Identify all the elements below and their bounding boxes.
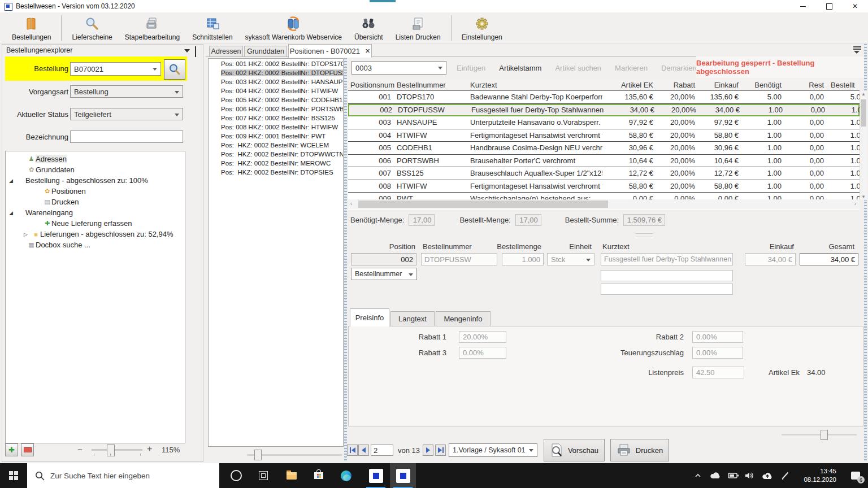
tree-item[interactable]: ▷ ■ Lieferungen - abgeschlossen zu: 52,9… <box>6 229 185 239</box>
tree-item[interactable]: ♟ Adressen <box>6 154 185 164</box>
zoom-slider-thumb[interactable] <box>107 445 115 456</box>
toolbar-uebersicht-button[interactable]: Übersicht <box>348 12 389 43</box>
tree-item[interactable]: ▤ Drucken <box>6 197 185 207</box>
splitter-grip[interactable] <box>636 233 653 237</box>
gesamt-field[interactable]: 34,00 € <box>800 253 858 265</box>
position-list-item[interactable]: Pos: 006 HKZ: 0002 BestellNr: PORTSWBH <box>209 106 343 115</box>
previous-page-button[interactable] <box>358 445 369 456</box>
table-row[interactable]: 008 HTWIFW Fertigmontageset Hansatwist v… <box>348 180 860 193</box>
task-view-button[interactable] <box>251 463 276 488</box>
toolbar-einstellungen-button[interactable]: Einstellungen <box>455 12 509 43</box>
table-row[interactable]: 006 PORTSWBH Brausehalter Porter'C verch… <box>348 155 860 168</box>
toolbar-lieferscheine-button[interactable]: Lieferscheine <box>66 12 118 43</box>
tree-item[interactable]: ◢ Bestellung - abgeschlossen zu: 100% <box>6 175 185 186</box>
tray-chevron-button[interactable] <box>694 463 702 488</box>
listenpreis-field[interactable]: 42.50 <box>692 367 744 378</box>
tree-item[interactable]: ▦ Docbox suche ... <box>6 239 185 250</box>
vscroll-thumb[interactable] <box>861 99 866 127</box>
position-list-item[interactable]: Pos: HKZ: 0002 BestellNr: DTOPWWCTN <box>209 151 343 160</box>
teuerungszuschlag-field[interactable]: 0.00% <box>692 347 743 359</box>
rabatt2-field[interactable]: 0.00% <box>692 331 743 343</box>
taskbar-search[interactable]: Zur Suche Text hier eingeben <box>27 463 219 488</box>
action-link[interactable]: Markieren <box>615 64 648 72</box>
kurztext-field[interactable]: Fussgestell fuer Derby-Top Stahlwannen <box>601 253 733 265</box>
kurztext-line3-field[interactable] <box>601 284 733 295</box>
minimize-button[interactable] <box>790 0 816 12</box>
edge-button[interactable] <box>333 463 358 488</box>
drucken-button[interactable]: Drucken <box>610 439 669 461</box>
status-combo[interactable]: Teilgeliefert <box>70 108 183 120</box>
position-list-item[interactable]: Pos: 003 HKZ: 0002 BestellNr: HANSAUPE <box>209 79 343 88</box>
position-list-item[interactable]: Pos: HKZ: 0002 BestellNr: WCELEM <box>209 142 343 151</box>
table-row[interactable]: 001 DTOPS170 Badewanne Stahl Derby-Top K… <box>348 91 860 104</box>
tree-item[interactable]: ◢ Wareneingang <box>6 207 185 218</box>
bestellmenge-field[interactable]: 1.000 <box>502 253 544 265</box>
tab-adressen[interactable]: Adressen <box>209 46 243 57</box>
app-button-1[interactable] <box>363 463 389 488</box>
notification-center-button[interactable]: 6 <box>844 463 867 488</box>
volume-tray-button[interactable] <box>745 463 755 488</box>
bezeichnung-input[interactable] <box>70 130 183 143</box>
next-page-button[interactable] <box>423 445 433 456</box>
bestellung-search-button[interactable] <box>164 59 185 80</box>
vorgangsart-combo[interactable]: Bestellung <box>70 85 183 98</box>
zoom-slider[interactable] <box>92 449 142 451</box>
tree-item[interactable]: ✚ Neue Lieferung erfassen <box>6 218 185 229</box>
toolbar-bestellungen-button[interactable]: Bestellungen <box>6 12 57 43</box>
table-row[interactable]: 002 DTOPFUSSW Fussgestell fuer Derby-Top… <box>348 104 860 117</box>
tab-preisinfo[interactable]: Preisinfo <box>350 308 389 326</box>
kurztext-line2-field[interactable] <box>601 270 733 281</box>
backup-tray-button[interactable] <box>762 463 773 488</box>
list-slider-thumb[interactable] <box>254 450 262 460</box>
print-template-combo[interactable]: 1.Vorlage / Sykasoft 01 <box>449 443 537 457</box>
pane-menu-icon[interactable] <box>853 46 861 54</box>
rabatt1-field[interactable]: 20.00% <box>459 331 506 343</box>
position-list-item[interactable]: Pos: HKZ: 0002 BestellNr: MEROWC <box>209 160 343 169</box>
position-list-item[interactable]: Pos: 005 HKZ: 0002 BestellNr: CODEHB1 <box>209 97 343 106</box>
action-link[interactable]: Artikelstamm <box>499 64 541 72</box>
table-horizontal-scrollbar[interactable]: ‹ › <box>348 199 860 209</box>
tree-expander-icon[interactable]: ◢ <box>9 178 17 184</box>
toolbar-stapelbearbeitung-button[interactable]: Stapelbearbeitung <box>119 12 186 43</box>
add-button[interactable]: ✚ <box>5 443 18 456</box>
position-list-item[interactable]: Pos: 001 HKZ: 0002 BestellNr: DTOPS170 <box>209 60 343 69</box>
position-list-item[interactable]: Pos: 009 HKZ: 0001 BestellNr: PWT <box>209 133 343 142</box>
tab-langtext[interactable]: Langtext <box>390 311 435 326</box>
table-row[interactable]: 004 HTWIFW Fertigmontageset Hansatwist v… <box>348 129 860 142</box>
tree-item[interactable]: ✿ Grunddaten <box>6 164 185 175</box>
pen-tray-button[interactable] <box>781 463 790 488</box>
file-explorer-button[interactable] <box>279 463 304 488</box>
field-selector-combo[interactable]: Bestellnummer <box>351 268 417 280</box>
page-number-input[interactable] <box>371 445 393 456</box>
position-list-item[interactable]: Pos: HKZ: 0002 BestellNr: DTOPSIES <box>209 169 343 178</box>
scroll-right-icon[interactable]: › <box>854 201 856 207</box>
tree-item[interactable]: ✿ Positionen <box>6 186 185 197</box>
table-row[interactable]: 003 HANSAUPE Unterputzteile Hansavario o… <box>348 116 860 129</box>
pin-icon[interactable] <box>195 47 200 54</box>
toolbar-webservice-button[interactable]: sykasoft Warenkorb Webservice <box>239 12 348 43</box>
close-button[interactable]: ✕ <box>842 0 868 12</box>
remove-button[interactable] <box>21 443 34 456</box>
first-page-button[interactable] <box>347 445 358 456</box>
scroll-left-icon[interactable]: ‹ <box>350 201 352 207</box>
detail-slider-thumb[interactable] <box>821 430 828 440</box>
table-vertical-scrollbar[interactable]: ▲ ▼ <box>860 91 867 200</box>
position-filter-combo[interactable]: 0003 <box>351 61 446 75</box>
bestellnummer-field[interactable]: DTOPFUSSW <box>421 253 497 265</box>
tab-grunddaten[interactable]: Grunddaten <box>244 46 287 57</box>
einheit-combo[interactable]: Stck <box>547 253 594 265</box>
tree-expander-icon[interactable]: ◢ <box>9 210 17 216</box>
tree-expander-icon[interactable]: ▷ <box>24 232 32 237</box>
detail-slider[interactable] <box>782 434 857 435</box>
start-button[interactable] <box>0 463 27 488</box>
tab-positionen[interactable]: Positionen - B070021✕ <box>288 44 372 58</box>
taskbar-clock[interactable]: 13:45 08.12.2020 <box>798 463 837 488</box>
position-list-item[interactable]: Pos: 007 HKZ: 0002 BestellNr: BSS125 <box>209 115 343 124</box>
cortana-button[interactable] <box>224 463 249 488</box>
vertical-splitter[interactable] <box>344 44 347 462</box>
zoom-out-control[interactable]: − <box>77 445 83 454</box>
last-page-button[interactable] <box>435 445 446 456</box>
close-tab-icon[interactable]: ✕ <box>365 47 370 55</box>
battery-tray-button[interactable] <box>728 463 739 488</box>
bestellung-combo[interactable]: B070021 <box>70 62 161 76</box>
